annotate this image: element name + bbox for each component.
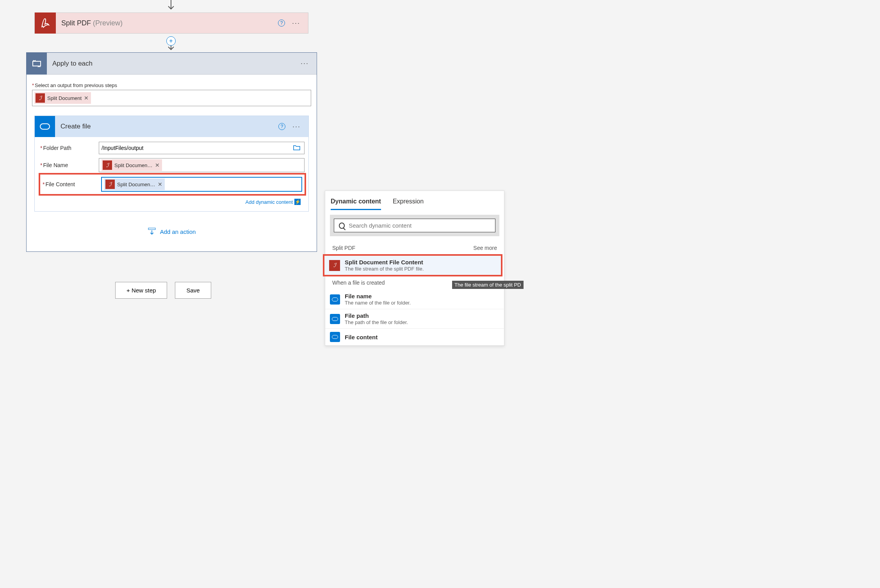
more-menu-icon[interactable]: ··· (292, 19, 300, 27)
more-menu-icon[interactable]: ··· (292, 123, 301, 131)
dynamic-search-input[interactable] (334, 219, 495, 232)
item-file-name[interactable]: File name The name of the file or folder… (325, 290, 504, 309)
tab-expression[interactable]: Expression (393, 198, 424, 210)
save-button[interactable]: Save (175, 282, 211, 299)
token-split-document[interactable]: ℐ Split Document ✕ (34, 92, 91, 104)
add-dynamic-icon[interactable]: ⚡ (294, 199, 301, 205)
adobe-icon: ℐ (105, 180, 115, 189)
more-menu-icon[interactable]: ··· (301, 59, 309, 68)
file-name-input[interactable]: ℐ Split Documen… ✕ (99, 158, 305, 172)
split-pdf-title: Split PDF (Preview) (61, 19, 123, 27)
see-more-link[interactable]: See more (473, 245, 497, 251)
folder-path-label: *Folder Path (40, 145, 99, 151)
onedrive-icon (330, 294, 340, 305)
adobe-icon: ℐ (36, 93, 45, 103)
create-file-action: Create file ? ··· *Folder Path (34, 116, 309, 212)
new-step-button[interactable]: + New step (115, 282, 167, 299)
output-select-label: *Select an output from previous steps (32, 82, 311, 88)
folder-path-field[interactable] (102, 145, 292, 151)
folder-browse-icon[interactable] (292, 145, 302, 151)
search-icon (339, 223, 345, 229)
dynamic-content-panel: Dynamic content Expression Split PDF See… (325, 191, 504, 346)
item-file-content[interactable]: File content (325, 329, 504, 346)
file-content-input[interactable]: ℐ Split Documen… ✕ (101, 177, 302, 192)
adobe-icon (35, 12, 56, 34)
item-split-document-file-content[interactable]: ℐ Split Document File Content The file s… (323, 254, 502, 276)
section-split-pdf: Split PDF See more (325, 241, 504, 255)
remove-token-icon[interactable]: ✕ (155, 162, 160, 168)
adobe-icon: ℐ (103, 160, 112, 170)
onedrive-icon (35, 116, 55, 137)
apply-title: Apply to each (52, 60, 93, 68)
item-file-path[interactable]: File path The path of the file or folder… (325, 309, 504, 329)
onedrive-icon (330, 332, 340, 342)
search-field[interactable] (349, 222, 490, 229)
svg-rect-0 (33, 61, 41, 66)
add-step-button[interactable]: + (166, 36, 176, 46)
output-select-input[interactable]: ℐ Split Document ✕ (32, 90, 311, 106)
create-file-title: Create file (61, 123, 91, 130)
tooltip: The file stream of the split PD (452, 281, 524, 289)
folder-path-input[interactable] (99, 142, 305, 154)
add-action-button[interactable]: Add an action (32, 212, 311, 244)
file-content-label: *File Content (43, 181, 101, 187)
apply-to-each-header[interactable]: Apply to each ··· (27, 53, 317, 75)
tab-dynamic-content[interactable]: Dynamic content (331, 198, 381, 210)
flow-arrow-icon (167, 0, 175, 13)
insert-action-icon (148, 227, 156, 236)
adobe-icon: ℐ (329, 260, 340, 271)
remove-token-icon[interactable]: ✕ (158, 181, 162, 187)
onedrive-icon (330, 314, 340, 324)
loop-icon (27, 53, 47, 75)
token-filecontent[interactable]: ℐ Split Documen… ✕ (104, 178, 165, 190)
help-icon[interactable]: ? (278, 20, 285, 27)
file-name-label: *File Name (40, 162, 99, 168)
create-file-header[interactable]: Create file ? ··· (35, 116, 308, 137)
add-dynamic-content-link[interactable]: Add dynamic content ⚡ (40, 197, 305, 205)
apply-to-each-container: Apply to each ··· *Select an output from… (26, 52, 317, 252)
help-icon[interactable]: ? (278, 123, 285, 130)
split-pdf-action[interactable]: Split PDF (Preview) ? ··· (34, 12, 308, 34)
svg-rect-1 (148, 228, 155, 230)
file-content-highlight: *File Content ℐ Split Documen… ✕ (39, 173, 306, 196)
remove-token-icon[interactable]: ✕ (84, 95, 89, 101)
token-filename[interactable]: ℐ Split Documen… ✕ (102, 159, 162, 171)
